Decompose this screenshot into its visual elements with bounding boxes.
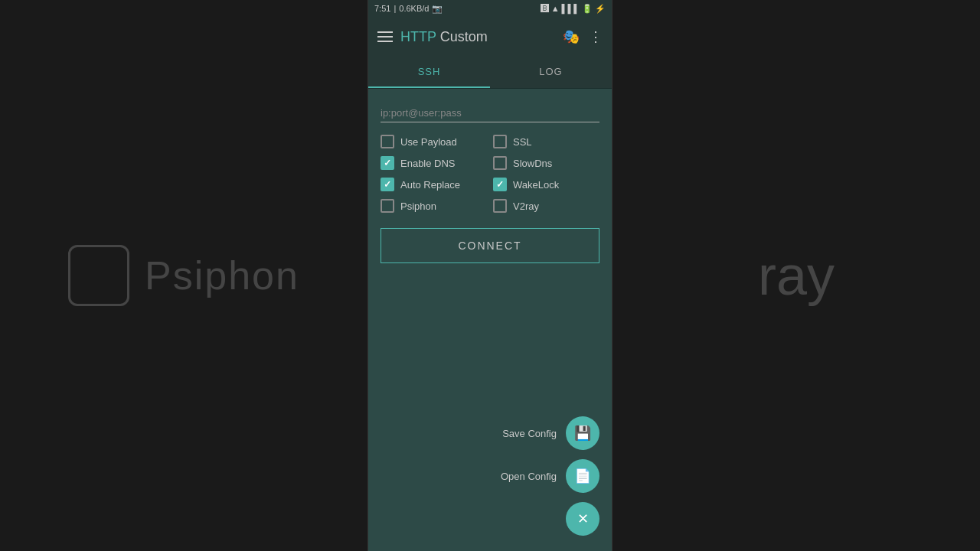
open-config-button[interactable]: 📄 — [566, 459, 599, 493]
checkbox-ssl-label: SSL — [513, 136, 532, 148]
checkbox-wakelock-label: WakeLock — [513, 179, 559, 191]
background-left: Psiphon — [0, 0, 368, 551]
close-fab-row: ✕ — [367, 502, 599, 536]
menu-line-3 — [377, 41, 393, 42]
save-config-button[interactable]: 💾 — [566, 416, 599, 450]
tabs: SSH LOG — [368, 57, 612, 89]
signal-icon: ▌▌▌ — [562, 4, 580, 13]
checkbox-use-payload[interactable]: Use Payload — [381, 135, 487, 148]
checkbox-enable-dns-box — [381, 156, 394, 170]
checkbox-slow-dns-box — [493, 156, 507, 170]
phone-container: 7:51 | 0.6KB/d 📷 🅱 ▲ ▌▌▌ 🔋 ⚡ HTTP Custom… — [368, 0, 612, 551]
open-config-label: Open Config — [501, 471, 557, 482]
checkbox-enable-dns-label: Enable DNS — [400, 158, 456, 169]
checkbox-use-payload-label: Use Payload — [400, 136, 457, 148]
save-config-label: Save Config — [502, 428, 557, 439]
close-icon: ✕ — [577, 510, 589, 527]
charge-icon: ⚡ — [595, 4, 606, 14]
checkbox-use-payload-box — [381, 135, 394, 148]
app-title-custom: Custom — [440, 29, 488, 44]
more-options-icon[interactable]: ⋮ — [589, 28, 603, 45]
tab-log[interactable]: LOG — [490, 57, 612, 88]
bluetooth-icon: 🅱 — [541, 4, 549, 13]
menu-button[interactable] — [377, 31, 393, 42]
checkbox-v2ray-label: V2ray — [513, 201, 539, 212]
ssh-input-container — [381, 104, 599, 122]
checkbox-psiphon[interactable]: Psiphon — [381, 199, 487, 213]
status-bar: 7:51 | 0.6KB/d 📷 🅱 ▲ ▌▌▌ 🔋 ⚡ — [368, 0, 612, 17]
menu-line-1 — [377, 31, 393, 33]
background-right: ray — [612, 0, 980, 551]
checkboxes-grid: Use Payload SSL Enable DNS SlowDns Auto … — [381, 135, 599, 213]
ssh-input[interactable] — [381, 104, 599, 122]
open-config-row: Open Config 📄 — [501, 459, 599, 493]
connect-button[interactable]: CONNECT — [381, 228, 599, 263]
checkbox-wakelock-box — [493, 178, 507, 191]
app-title: HTTP Custom — [400, 29, 555, 45]
battery-icon: 🔋 — [582, 4, 593, 14]
app-bar-actions: 🎭 ⋮ — [563, 28, 603, 45]
checkbox-v2ray[interactable]: V2ray — [493, 199, 599, 213]
status-data-rate: 0.6KB/d — [399, 4, 429, 13]
checkbox-auto-replace-label: Auto Replace — [400, 179, 460, 191]
bg-right-text: ray — [758, 244, 835, 307]
app-bar: HTTP Custom 🎭 ⋮ — [368, 17, 612, 57]
checkbox-ssl-box — [493, 135, 507, 148]
theme-icon[interactable]: 🎭 — [563, 28, 580, 45]
checkbox-auto-replace[interactable]: Auto Replace — [381, 178, 487, 191]
psiphon-logo — [68, 245, 129, 306]
checkbox-auto-replace-box — [381, 178, 394, 191]
fab-area: Save Config 💾 Open Config 📄 ✕ — [367, 416, 612, 551]
checkbox-ssl[interactable]: SSL — [493, 135, 599, 148]
checkbox-enable-dns[interactable]: Enable DNS — [381, 156, 487, 170]
checkbox-psiphon-label: Psiphon — [400, 201, 436, 212]
checkbox-v2ray-box — [493, 199, 507, 213]
checkbox-psiphon-box — [381, 199, 394, 213]
status-right: 🅱 ▲ ▌▌▌ 🔋 ⚡ — [541, 4, 606, 14]
tab-ssh[interactable]: SSH — [368, 57, 490, 88]
psiphon-bg-text: Psiphon — [145, 253, 299, 298]
checkbox-wakelock[interactable]: WakeLock — [493, 178, 599, 191]
app-title-http: HTTP — [400, 29, 436, 44]
status-data: | — [394, 4, 396, 13]
save-icon: 💾 — [574, 425, 591, 442]
camera-icon: 📷 — [432, 4, 443, 14]
open-icon: 📄 — [574, 468, 591, 484]
checkbox-slow-dns-label: SlowDns — [513, 158, 552, 169]
close-fab-button[interactable]: ✕ — [566, 502, 599, 536]
status-time: 7:51 — [374, 4, 390, 13]
save-config-row: Save Config 💾 — [502, 416, 599, 450]
wifi-icon: ▲ — [551, 4, 560, 13]
checkbox-slow-dns[interactable]: SlowDns — [493, 156, 599, 170]
menu-line-2 — [377, 36, 393, 37]
status-left: 7:51 | 0.6KB/d 📷 — [374, 4, 443, 14]
